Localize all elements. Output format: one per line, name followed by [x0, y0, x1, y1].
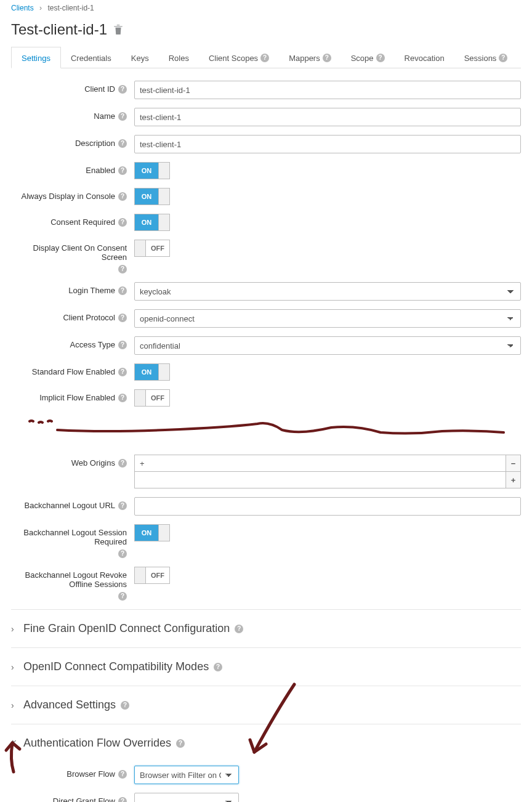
label-login-theme: Login Theme — [68, 286, 115, 295]
help-icon[interactable]: ? — [118, 797, 127, 803]
add-origin-button[interactable]: + — [506, 472, 520, 488]
browser-flow-select[interactable]: Browser with Filter on Cli — [134, 766, 239, 784]
help-icon[interactable]: ? — [499, 54, 507, 62]
help-icon[interactable]: ? — [118, 549, 127, 558]
help-icon[interactable]: ? — [118, 770, 127, 779]
name-input[interactable] — [134, 108, 521, 126]
help-icon[interactable]: ? — [121, 701, 129, 710]
tab-settings[interactable]: Settings — [11, 47, 61, 68]
annotation-squiggle — [11, 416, 521, 441]
label-backchannel-session: Backchannel Logout Session Required — [11, 528, 127, 546]
tab-credentials[interactable]: Credentials — [61, 47, 121, 68]
standard-flow-toggle[interactable]: ON — [134, 363, 170, 381]
implicit-flow-toggle[interactable]: OFF — [134, 389, 170, 407]
backchannel-revoke-toggle[interactable]: OFF — [134, 567, 170, 584]
help-icon[interactable]: ? — [376, 54, 385, 62]
tab-revocation[interactable]: Revocation — [395, 47, 454, 68]
tab-client-scopes[interactable]: Client Scopes? — [199, 47, 279, 68]
label-always-display: Always Display in Console — [22, 192, 115, 201]
web-origins-input-0[interactable] — [135, 455, 506, 471]
help-icon[interactable]: ? — [118, 85, 127, 94]
help-icon[interactable]: ? — [118, 112, 127, 121]
always-display-toggle[interactable]: ON — [134, 188, 170, 205]
tab-keys[interactable]: Keys — [121, 47, 159, 68]
web-origins-input-new[interactable] — [135, 472, 506, 488]
page-title-text: Test-client-id-1 — [11, 21, 107, 38]
help-icon[interactable]: ? — [118, 459, 127, 468]
backchannel-session-toggle[interactable]: ON — [134, 524, 170, 541]
section-auth-overrides-title: Authentication Flow Overrides — [23, 737, 171, 750]
help-icon[interactable]: ? — [118, 592, 127, 601]
chevron-right-icon: › — [11, 624, 18, 634]
help-icon[interactable]: ? — [235, 625, 243, 633]
remove-origin-button[interactable]: − — [506, 455, 520, 471]
tab-sessions[interactable]: Sessions? — [454, 47, 518, 68]
help-icon[interactable]: ? — [118, 265, 127, 273]
help-icon[interactable]: ? — [118, 341, 127, 349]
chevron-down-icon: › — [10, 740, 20, 747]
label-client-id: Client ID — [84, 84, 115, 94]
settings-form: Client ID? Name? Description? Enabled? O… — [11, 68, 521, 802]
help-icon[interactable]: ? — [118, 218, 127, 227]
breadcrumb-separator: › — [39, 4, 42, 12]
label-client-protocol: Client Protocol — [63, 313, 115, 322]
client-protocol-select[interactable]: openid-connect — [134, 309, 521, 328]
enabled-toggle[interactable]: ON — [134, 162, 170, 179]
label-browser-flow: Browser Flow — [66, 769, 115, 779]
help-icon[interactable]: ? — [118, 314, 127, 322]
help-icon[interactable]: ? — [118, 286, 127, 295]
help-icon[interactable]: ? — [118, 139, 127, 148]
label-name: Name — [94, 111, 115, 121]
chevron-right-icon: › — [11, 700, 18, 710]
breadcrumb: Clients › test-client-id-1 — [11, 0, 521, 18]
access-type-select[interactable]: confidential — [134, 336, 521, 355]
label-backchannel-revoke: Backchannel Logout Revoke Offline Sessio… — [11, 570, 127, 589]
help-icon[interactable]: ? — [118, 501, 127, 510]
web-origins-multi: − + — [134, 455, 521, 488]
consent-required-toggle[interactable]: ON — [134, 214, 170, 231]
section-advanced[interactable]: › Advanced Settings ? — [11, 696, 521, 714]
label-access-type: Access Type — [70, 340, 115, 349]
direct-grant-flow-select[interactable] — [134, 793, 239, 802]
section-compat-title: OpenID Connect Compatibility Modes — [23, 660, 209, 673]
backchannel-logout-url-input[interactable] — [134, 497, 521, 516]
chevron-right-icon: › — [11, 662, 18, 672]
label-display-consent-screen: Display Client On Consent Screen — [11, 243, 127, 262]
label-web-origins: Web Origins — [71, 458, 115, 468]
tab-mappers[interactable]: Mappers? — [279, 47, 341, 68]
help-icon[interactable]: ? — [323, 54, 331, 62]
client-id-input[interactable] — [134, 81, 521, 99]
login-theme-select[interactable]: keycloak — [134, 282, 521, 301]
page-title: Test-client-id-1 — [11, 21, 521, 38]
label-direct-grant-flow: Direct Grant Flow — [53, 796, 115, 802]
display-consent-toggle[interactable]: OFF — [134, 240, 170, 257]
delete-icon[interactable] — [113, 24, 123, 35]
breadcrumb-root-link[interactable]: Clients — [11, 4, 34, 12]
tabs: SettingsCredentialsKeysRolesClient Scope… — [11, 47, 521, 68]
help-icon[interactable]: ? — [214, 663, 222, 671]
help-icon[interactable]: ? — [260, 54, 269, 62]
help-icon[interactable]: ? — [176, 739, 185, 748]
label-enabled: Enabled — [86, 166, 115, 175]
help-icon[interactable]: ? — [118, 394, 127, 402]
label-backchannel-url: Backchannel Logout URL — [25, 501, 115, 510]
label-implicit-flow: Implicit Flow Enabled — [39, 393, 115, 402]
section-advanced-title: Advanced Settings — [23, 699, 116, 711]
section-fine-grain[interactable]: › Fine Grain OpenID Connect Configuratio… — [11, 620, 521, 638]
help-icon[interactable]: ? — [118, 166, 127, 175]
breadcrumb-current: test-client-id-1 — [47, 4, 94, 12]
section-fine-grain-title: Fine Grain OpenID Connect Configuration — [23, 622, 230, 635]
description-input[interactable] — [134, 135, 521, 153]
section-auth-overrides[interactable]: › Authentication Flow Overrides ? — [11, 734, 521, 752]
help-icon[interactable]: ? — [118, 368, 127, 376]
section-compat[interactable]: › OpenID Connect Compatibility Modes ? — [11, 658, 521, 676]
label-standard-flow: Standard Flow Enabled — [32, 367, 115, 376]
tab-roles[interactable]: Roles — [159, 47, 199, 68]
label-consent-required: Consent Required — [50, 217, 115, 227]
help-icon[interactable]: ? — [118, 192, 127, 201]
tab-scope[interactable]: Scope? — [341, 47, 395, 68]
label-description: Description — [75, 139, 115, 148]
